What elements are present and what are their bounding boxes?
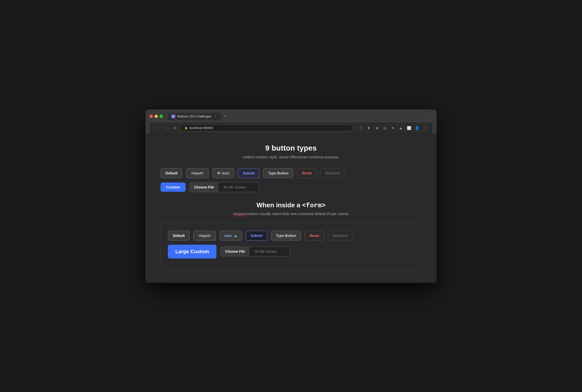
browser-window: 🔲 Buttons | GUI Challenges × + ⌄ ← → ↻ 🔒… (145, 109, 436, 283)
large-custom-button[interactable]: Large Custom (168, 245, 216, 258)
custom-button[interactable]: Custom (161, 182, 186, 192)
browser-tab[interactable]: 🔲 Buttons | GUI Challenges × (168, 113, 221, 120)
extension2-icon[interactable]: ✦ (389, 124, 396, 132)
disabled-button: Disabled (320, 168, 345, 178)
icon-button[interactable]: ✉ Icon (212, 168, 234, 178)
form-file-input-wrapper[interactable]: Choose File No file chosen (220, 246, 290, 256)
extension3-icon[interactable]: ▲ (397, 124, 404, 132)
choose-file-button[interactable]: Choose File (190, 183, 219, 192)
tabs-row: 🔲 Buttons | GUI Challenges × + ⌄ (168, 113, 432, 120)
form-disabled-button: Disabled (328, 231, 352, 241)
address-input[interactable]: 🔒 localhost:3000/# (181, 124, 353, 131)
cloud-icon: ☁ (234, 234, 237, 238)
reload-button[interactable]: ↻ (172, 124, 179, 132)
reset-button[interactable]: Reset (297, 168, 317, 178)
page-content: 9 button types Unified modern style, vis… (145, 134, 436, 283)
form-box: Default <input> Icon ☁ Submit Type Butto… (161, 223, 421, 270)
extension1-icon[interactable]: ◎ (381, 124, 388, 132)
page-title: 9 button types (161, 144, 421, 152)
traffic-lights (150, 115, 163, 118)
tabs-more-button[interactable]: ⌄ (426, 114, 432, 120)
form-section-title: When inside a <form> (161, 201, 421, 209)
form-input-button[interactable]: <input> (193, 231, 216, 241)
form-submit-button[interactable]: Submit (246, 231, 267, 241)
envelope-icon: ✉ (217, 171, 220, 175)
file-input-wrapper[interactable]: Choose File No file chosen (189, 182, 259, 192)
tab-title: Buttons | GUI Challenges (177, 115, 211, 118)
input-button[interactable]: <input> (186, 168, 209, 178)
form-section-subtitle: Untyped buttons visually match their new… (161, 212, 421, 216)
default-button[interactable]: Default (161, 168, 182, 178)
form-choose-file-button[interactable]: Choose File (221, 247, 249, 256)
submit-button[interactable]: Submit (238, 168, 260, 178)
split-view-icon[interactable]: ⬜ (405, 124, 412, 132)
form-subtitle-text: buttons visually match their new context… (247, 212, 349, 216)
share-icon[interactable]: ⬆ (365, 124, 372, 132)
tab-favicon: 🔲 (171, 114, 175, 118)
form-no-file-chosen-label: No file chosen (250, 247, 290, 256)
no-file-chosen-label: No file chosen (219, 183, 259, 192)
form-button-row-2: Large Custom Choose File No file chosen (168, 245, 414, 258)
form-icon-button[interactable]: Icon ☁ (220, 231, 242, 241)
lock-icon: 🔒 (184, 126, 188, 129)
profile-icon[interactable]: 👤 (413, 124, 420, 132)
close-traffic-light[interactable] (150, 115, 153, 118)
toolbar-icons: ⬡ ⬆ ★ ◎ ✦ ▲ ⬜ 👤 ⋮ (357, 124, 428, 132)
type-button-button[interactable]: Type Button (263, 168, 294, 178)
icon-label: Icon (225, 234, 232, 238)
forward-button[interactable]: → (163, 124, 170, 132)
untyped-label: Untyped (233, 212, 246, 216)
form-reset-button[interactable]: Reset (305, 231, 324, 241)
menu-icon[interactable]: ⋮ (421, 124, 428, 132)
maximize-traffic-light[interactable] (160, 115, 163, 118)
tab-close-button[interactable]: × (213, 114, 217, 118)
button-row-2: Custom Choose File No file chosen (161, 182, 421, 192)
back-button[interactable]: ← (154, 124, 161, 132)
title-bar: 🔲 Buttons | GUI Challenges × + ⌄ ← → ↻ 🔒… (145, 109, 436, 134)
button-row-1: Default <input> ✉ Icon Submit Type Butto… (161, 168, 421, 178)
minimize-traffic-light[interactable] (155, 115, 158, 118)
form-section-divider: When inside a <form> Untyped buttons vis… (161, 201, 421, 216)
page-subtitle: Unified modern style, visual differences… (161, 155, 421, 159)
address-bar: ← → ↻ 🔒 localhost:3000/# ⬡ ⬆ ★ ◎ ✦ ▲ ⬜ 👤… (150, 122, 432, 134)
bookmark-icon[interactable]: ★ (373, 124, 380, 132)
form-button-row-1: Default <input> Icon ☁ Submit Type Butto… (168, 231, 414, 241)
form-default-button[interactable]: Default (168, 231, 190, 241)
new-tab-button[interactable]: + (222, 113, 229, 120)
url-text: localhost:3000/# (189, 126, 213, 130)
form-type-button[interactable]: Type Button (271, 231, 301, 241)
open-tab-icon[interactable]: ⬡ (357, 124, 364, 132)
